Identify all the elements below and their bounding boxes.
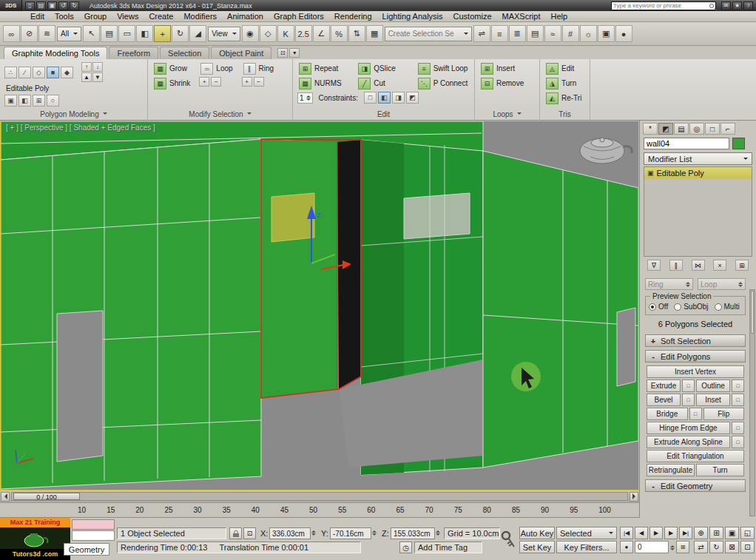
- inset-settings-button[interactable]: □: [732, 394, 744, 406]
- ring-button[interactable]: ∥ Ring: [242, 62, 276, 75]
- preview-selection-radio[interactable]: Multi: [715, 303, 740, 311]
- go-to-end-icon[interactable]: ▶|: [679, 527, 692, 539]
- search-icon[interactable]: [709, 4, 714, 8]
- constraint-none-icon[interactable]: □: [364, 92, 377, 104]
- ring-shrink-icon[interactable]: −: [254, 77, 264, 87]
- object-name-field[interactable]: [644, 138, 729, 149]
- x-coordinate-field[interactable]: 336.03cm: [269, 527, 311, 539]
- modify-tab-icon[interactable]: ◩: [658, 123, 673, 135]
- collapse-stack-icon[interactable]: ▣: [4, 95, 17, 107]
- preview-selection-radio[interactable]: Off: [649, 303, 668, 311]
- named-selection-sets-icon[interactable]: ▦: [366, 25, 383, 42]
- edit-triangulation-button[interactable]: Edit Triangulation: [647, 450, 744, 462]
- extrude-settings-button[interactable]: □: [682, 379, 695, 392]
- viewport-label[interactable]: [ + ] [ Perspective ] [ Shaded + Edged F…: [6, 124, 155, 132]
- curve-editor-icon[interactable]: ≈: [544, 25, 561, 42]
- command-panel-scrollbar[interactable]: [749, 289, 755, 516]
- cut-button[interactable]: ╱Cut: [357, 77, 410, 90]
- help-icon[interactable]: ?: [743, 1, 753, 10]
- ribbon-tab[interactable]: Freeform: [109, 47, 158, 59]
- undo-icon[interactable]: ↺: [58, 1, 68, 10]
- key-filters-button[interactable]: Key Filters...: [556, 541, 617, 553]
- select-and-rotate-icon[interactable]: ↻: [172, 25, 189, 42]
- retriangulate-button[interactable]: Retriangulate: [647, 464, 695, 476]
- time-tag-clock-button[interactable]: ◷: [399, 542, 412, 553]
- go-to-start-icon[interactable]: |◀: [620, 527, 633, 539]
- menu-item[interactable]: Lighting Analysis: [377, 11, 448, 22]
- favorites-icon[interactable]: ★: [732, 1, 742, 10]
- unlink-selection-icon[interactable]: ⊘: [21, 25, 38, 42]
- ribbon-minimize-icon[interactable]: ⊡: [277, 48, 288, 58]
- extrude-spline-settings-button[interactable]: □: [732, 436, 744, 448]
- menu-item[interactable]: Create: [144, 11, 178, 22]
- previous-frame-icon[interactable]: ◀: [635, 527, 648, 539]
- ribbon-tab[interactable]: Graphite Modeling Tools: [4, 47, 107, 59]
- rendered-frame-window-icon[interactable]: ▣: [598, 25, 615, 42]
- previous-modifier-icon[interactable]: ↑: [81, 62, 92, 72]
- flip-button[interactable]: Flip: [703, 408, 745, 420]
- panel-label-polygon-modeling[interactable]: Polygon Modeling: [0, 109, 148, 121]
- swift-loop-button[interactable]: ≡Swift Loop: [416, 62, 470, 75]
- panel-label-modify-selection[interactable]: Modify Selection: [148, 109, 293, 121]
- y-coordinate-field[interactable]: -70.16cm: [330, 527, 371, 539]
- menu-item[interactable]: Views: [112, 11, 144, 22]
- polygon-mode-icon[interactable]: ■: [47, 67, 59, 78]
- auto-key-button[interactable]: Auto Key: [519, 527, 555, 539]
- preview-selection-radio[interactable]: SubObj: [674, 303, 708, 311]
- loop-button[interactable]: ═ Loop: [199, 62, 234, 75]
- grow-button[interactable]: ▦Grow: [152, 62, 192, 75]
- save-file-icon[interactable]: ▣: [47, 1, 57, 10]
- keyboard-shortcut-override-icon[interactable]: K: [277, 25, 294, 42]
- frame-spinner[interactable]: [670, 542, 675, 553]
- selection-set-keys-dropdown[interactable]: Selected: [556, 527, 617, 539]
- render-setup-icon[interactable]: ☼: [580, 25, 597, 42]
- menu-item[interactable]: Animation: [222, 11, 269, 22]
- mini-listener-macro[interactable]: [72, 519, 115, 530]
- x-spinner[interactable]: [311, 528, 316, 538]
- make-unique-icon[interactable]: ⋈: [692, 260, 705, 271]
- stack-item-editable-poly[interactable]: ▣ Editable Poly: [644, 167, 752, 179]
- new-scene-icon[interactable]: ▯: [25, 1, 35, 10]
- ring-grow-icon[interactable]: +: [242, 77, 252, 87]
- pan-icon[interactable]: ⇄: [694, 541, 708, 553]
- bridge-settings-button[interactable]: □: [689, 408, 702, 420]
- time-forward-button[interactable]: [630, 492, 638, 502]
- menu-item[interactable]: Graph Editors: [269, 11, 329, 22]
- set-key-button[interactable]: Set Key: [519, 541, 555, 553]
- panel-label-loops[interactable]: Loops: [475, 109, 540, 121]
- next-modifier-icon[interactable]: ↓: [92, 62, 103, 72]
- menu-item[interactable]: Tools: [50, 11, 79, 22]
- zoom-all-icon[interactable]: ⊞: [709, 527, 723, 539]
- loop-shrink-icon[interactable]: −: [211, 77, 221, 87]
- constraint-edge-icon[interactable]: ◧: [378, 92, 391, 104]
- spinner-snap-icon[interactable]: ⇅: [348, 25, 365, 42]
- display-tab-icon[interactable]: □: [705, 123, 720, 135]
- track-bar[interactable]: 101520253035404550556065707580859095100: [0, 502, 639, 518]
- next-frame-icon[interactable]: ▶: [664, 527, 678, 539]
- ribbon-tab[interactable]: Selection: [160, 47, 209, 59]
- turn-tris-button[interactable]: ◮Turn: [544, 77, 585, 90]
- vertex-mode-icon[interactable]: ∴: [4, 67, 17, 78]
- render-production-icon[interactable]: ●: [615, 25, 632, 42]
- shrink-button[interactable]: ▦Shrink: [152, 77, 192, 90]
- extrude-along-spline-button[interactable]: Extrude Along Spline: [647, 436, 730, 448]
- menu-item[interactable]: Help: [546, 11, 573, 22]
- create-tab-icon[interactable]: *: [643, 123, 658, 135]
- zoom-extents-icon[interactable]: ▣: [725, 527, 739, 539]
- hierarchy-tab-icon[interactable]: ▤: [674, 123, 689, 135]
- time-slider-track[interactable]: 0 / 100: [11, 492, 628, 501]
- absolute-mode-button[interactable]: ⊡: [243, 527, 256, 539]
- select-and-manipulate-icon[interactable]: ◇: [260, 25, 277, 42]
- remove-modifier-icon[interactable]: ×: [713, 260, 726, 271]
- named-selection-set-dropdown[interactable]: Create Selection Se: [385, 27, 472, 41]
- insert-vertex-button[interactable]: Insert Vertex: [647, 365, 744, 378]
- element-mode-icon[interactable]: ◆: [61, 67, 73, 78]
- inset-button[interactable]: Inset: [696, 394, 730, 406]
- repeat-button[interactable]: ⊞Repeat: [297, 62, 351, 75]
- menu-item[interactable]: Edit: [25, 11, 50, 22]
- edit-tris-button[interactable]: ◬Edit: [544, 62, 585, 75]
- bind-to-space-warp-icon[interactable]: ≋: [38, 25, 55, 42]
- select-object-icon[interactable]: ↖: [83, 25, 100, 42]
- preview-toggle-icon[interactable]: ◧: [18, 95, 31, 107]
- use-pivot-point-center-icon[interactable]: ◉: [242, 25, 259, 42]
